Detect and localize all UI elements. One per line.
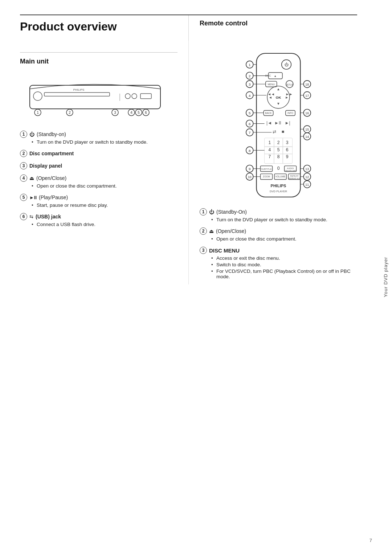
svg-point-5 (132, 94, 137, 99)
svg-text:17: 17 (305, 94, 309, 98)
svg-text:►|: ►| (285, 120, 290, 126)
main-unit-title: Main unit (20, 58, 177, 65)
svg-text:PHILIPS: PHILIPS (271, 184, 286, 188)
feature-header: 1 ⏻ (Standby-On) (200, 208, 357, 216)
bullet-item: Connect a USB flash drive. (32, 222, 177, 227)
svg-text:⏻: ⏻ (285, 63, 289, 67)
svg-text:MENU: MENU (268, 83, 275, 86)
svg-text:1: 1 (37, 111, 39, 115)
side-label-text: Your DVD player (383, 257, 388, 297)
svg-text:REPEAT A-B: REPEAT A-B (289, 177, 300, 180)
svg-text:SUBTITLE: SUBTITLE (261, 168, 272, 171)
feature-num: 6 (20, 213, 27, 220)
svg-text:2: 2 (249, 74, 251, 78)
feature-name: (Play/Pause) (39, 194, 68, 200)
bullet-item: Access or exit the disc menu. (211, 255, 357, 261)
feature-icon: ⇆ (29, 214, 33, 219)
svg-text:|◄: |◄ (266, 120, 272, 126)
svg-text:5: 5 (277, 147, 280, 152)
svg-text:CREATE MP3: CREATE MP3 (284, 170, 297, 172)
feature-bullets: Open or close the disc compartment. (32, 183, 177, 189)
svg-rect-0 (30, 85, 160, 109)
svg-text:8: 8 (277, 155, 280, 160)
svg-text:OK: OK (276, 96, 282, 100)
col-right: ⏻ ▲ DISC MENU SETUP ▲ (189, 41, 357, 284)
svg-text:4: 4 (130, 111, 132, 115)
svg-text:11: 11 (305, 183, 309, 187)
feature-bullets: Open or close the disc compartment. (211, 236, 357, 242)
svg-text:0: 0 (277, 166, 280, 171)
svg-text:3: 3 (286, 140, 289, 145)
svg-text:■: ■ (282, 129, 284, 134)
feature-num: 5 (20, 194, 27, 201)
feature-header: 6 ⇆ (USB) jack (20, 213, 177, 220)
feature-name: Disc compartment (29, 151, 74, 156)
dvd-player-svg: PHILIPS 1 (20, 73, 177, 120)
svg-point-2 (33, 92, 42, 100)
svg-text:3: 3 (114, 111, 116, 115)
dvd-player-illustration: PHILIPS 1 (20, 73, 177, 120)
feature-name: (Open/Close) (36, 175, 66, 181)
feature-icon: ⏏ (29, 175, 34, 181)
svg-text:⇄: ⇄ (273, 129, 276, 134)
svg-text:DVD PLAYER: DVD PLAYER (270, 190, 287, 193)
feature-name: (Standby-on) (37, 131, 66, 137)
feature-name: (Standby-On) (216, 209, 247, 215)
bullet-item: For VCD/SVCD, turn PBC (Playback Control… (211, 268, 357, 279)
main-unit-feature-list: 1 ⏻ (Standby-on) Turn on the DVD player … (20, 131, 177, 227)
svg-text:9: 9 (249, 167, 251, 171)
svg-text:18: 18 (305, 83, 309, 86)
bullet-item: Open or close the disc compartment. (211, 236, 357, 242)
bullet-item: Turn on the DVD player or switch to stan… (32, 139, 177, 145)
two-col-layout: Main unit PHILI (20, 41, 357, 284)
svg-text:INFO: INFO (287, 112, 293, 115)
bullet-item: Switch to disc mode. (211, 262, 357, 267)
svg-text:4: 4 (268, 147, 271, 152)
svg-text:1: 1 (268, 140, 271, 145)
svg-text:16: 16 (305, 112, 309, 115)
header-right: Remote control (189, 15, 357, 41)
svg-text:13: 13 (305, 168, 309, 171)
svg-text:▼: ▼ (277, 102, 280, 106)
svg-text:14: 14 (305, 135, 309, 139)
svg-text:9: 9 (286, 155, 289, 160)
feature-num: 2 (200, 227, 207, 235)
svg-text:BACK: BACK (265, 112, 272, 115)
svg-text:6: 6 (286, 147, 289, 152)
svg-rect-6 (140, 94, 151, 99)
feature-item: 4 ⏏ (Open/Close) Open or close the disc … (20, 175, 177, 189)
svg-text:2: 2 (277, 140, 280, 145)
feature-header: 1 ⏻ (Standby-on) (20, 131, 177, 138)
col-left: Main unit PHILI (20, 41, 189, 284)
feature-header: 2 ⏏ (Open/Close) (200, 227, 357, 235)
feature-item: 1 ⏻ (Standby-on) Turn on the DVD player … (20, 131, 177, 145)
feature-bullets: Turn on the DVD player or switch to stan… (32, 139, 177, 145)
feature-item: 2 Disc compartment (20, 150, 177, 157)
feature-name: (Open/Close) (216, 228, 246, 234)
main-content: Product overview Remote control Main uni… (0, 0, 379, 554)
feature-header: 2 Disc compartment (20, 150, 177, 157)
feature-bullets: Turn on the DVD player or switch to stan… (211, 217, 357, 222)
svg-text:►II: ►II (274, 120, 281, 126)
svg-text:VOLUME: VOLUME (275, 175, 286, 178)
svg-text:▲: ▲ (277, 87, 280, 91)
page-container: Product overview Remote control Main uni… (0, 0, 392, 554)
main-unit-section: Main unit PHILI (20, 41, 177, 227)
feature-bullets: Start, pause or resume disc play. (32, 202, 177, 208)
svg-text:6: 6 (249, 122, 251, 126)
svg-text:PHILIPS: PHILIPS (73, 88, 85, 91)
feature-name: DISC MENU (209, 247, 240, 254)
svg-text:7: 7 (249, 131, 251, 135)
svg-text:►: ► (285, 96, 289, 100)
feature-icon: ⏏ (209, 228, 214, 234)
svg-text:6: 6 (145, 111, 147, 115)
feature-num: 4 (20, 175, 27, 182)
svg-text:◄: ◄ (269, 96, 272, 100)
svg-text:REPEAT/: REPEAT/ (290, 175, 299, 177)
svg-text:▲: ▲ (274, 74, 277, 78)
feature-bullets: Connect a USB flash drive. (32, 222, 177, 227)
bullet-item: Open or close the disc compartment. (32, 183, 177, 189)
feature-num: 2 (20, 150, 27, 157)
remote-feature-item: 1 ⏻ (Standby-On) Turn on the DVD player … (200, 208, 357, 222)
feature-bullets: Access or exit the disc menu. Switch to … (211, 255, 357, 279)
